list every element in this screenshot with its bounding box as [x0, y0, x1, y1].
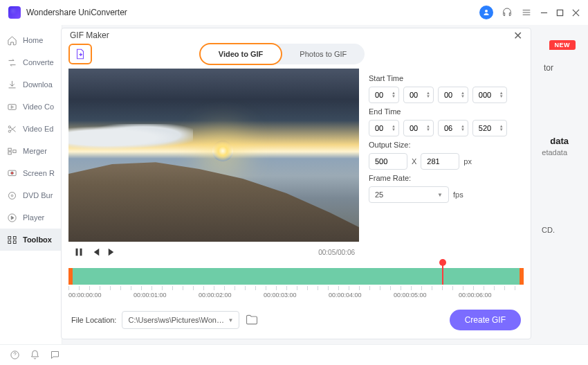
pause-button[interactable] — [73, 246, 85, 258]
bg-text: etadata — [542, 148, 567, 157]
end-ms[interactable]: ▲▼ — [472, 120, 507, 136]
create-gif-button[interactable]: Create GIF — [450, 310, 521, 330]
output-height[interactable] — [421, 153, 459, 170]
fps-unit: fps — [453, 190, 463, 199]
sidebar-item-label: Merger — [23, 147, 47, 155]
tab-photos-to-gif[interactable]: Photos to GIF — [282, 44, 365, 64]
svg-rect-0 — [557, 10, 562, 15]
svg-rect-5 — [8, 152, 11, 154]
bell-icon[interactable] — [30, 350, 40, 360]
add-media-button[interactable] — [68, 44, 92, 64]
play-icon — [7, 213, 17, 223]
compress-icon — [7, 102, 17, 112]
sidebar-item-home[interactable]: Home — [0, 29, 62, 51]
tick-label: 00:00:05:00 — [394, 292, 459, 299]
output-size-label: Output Size: — [369, 141, 524, 149]
timeline-handle-start[interactable] — [68, 268, 73, 285]
sidebar-item-label: DVD Bur — [23, 191, 53, 199]
download-icon — [7, 80, 17, 90]
modal-title: GIF Maker — [70, 30, 109, 40]
px-unit: px — [463, 157, 472, 166]
svg-rect-14 — [8, 240, 11, 243]
sidebar-item-label: Video Ed — [23, 125, 53, 133]
chevron-down-icon: ▼ — [437, 192, 443, 198]
tick-label: 00:00:04:00 — [329, 292, 394, 299]
end-minutes[interactable]: ▲▼ — [403, 120, 434, 136]
sidebar-item-video-editor[interactable]: Video Ed — [0, 118, 62, 140]
modal-close-button[interactable]: ✕ — [513, 29, 522, 42]
sidebar-item-toolbox[interactable]: Toolbox — [0, 229, 62, 251]
timeline[interactable] — [68, 268, 524, 285]
timeline-ticks: 00:00:00:0000:00:01:0000:00:02:0000:00:0… — [68, 285, 524, 300]
sidebar-item-label: Player — [23, 213, 44, 222]
close-icon[interactable] — [572, 9, 580, 17]
svg-rect-4 — [8, 148, 11, 151]
start-minutes[interactable]: ▲▼ — [403, 87, 434, 103]
spin-down[interactable]: ▼ — [392, 95, 396, 98]
sidebar-item-video-compressor[interactable]: Video Co — [0, 96, 62, 118]
timeline-playhead[interactable] — [442, 262, 443, 285]
sidebar-item-merger[interactable]: Merger — [0, 140, 62, 162]
tab-video-to-gif[interactable]: Video to GIF — [199, 43, 283, 65]
svg-rect-12 — [8, 236, 11, 239]
svg-point-10 — [11, 195, 13, 197]
end-hours[interactable]: ▲▼ — [369, 120, 399, 136]
minimize-icon[interactable] — [540, 9, 548, 17]
disc-icon — [7, 190, 17, 201]
sidebar: Home Converte Downloa Video Co Video Ed … — [0, 25, 62, 344]
convert-icon — [7, 57, 17, 68]
app-logo — [8, 6, 21, 19]
framerate-label: Frame Rate: — [369, 174, 524, 182]
timeline-handle-end[interactable] — [520, 268, 524, 285]
svg-rect-13 — [13, 236, 16, 239]
svg-point-8 — [11, 172, 14, 175]
app-title: Wondershare UniConverter — [26, 8, 127, 17]
prev-frame-button[interactable] — [89, 246, 102, 258]
tick-label: 00:00:00:00 — [68, 292, 134, 299]
bg-text: tor — [544, 63, 553, 73]
headset-icon[interactable] — [502, 7, 513, 18]
sidebar-item-label: Downloa — [23, 80, 53, 89]
help-icon[interactable] — [10, 350, 20, 360]
bg-text: CD. — [542, 226, 555, 234]
framerate-select[interactable]: 25▼ — [369, 186, 449, 203]
svg-rect-1 — [8, 104, 16, 109]
start-seconds[interactable]: ▲▼ — [438, 87, 468, 103]
file-location-select[interactable]: C:\Users\ws\Pictures\Wonders▼ — [122, 311, 239, 329]
video-preview[interactable] — [68, 69, 359, 242]
next-frame-button[interactable] — [106, 246, 118, 258]
user-avatar[interactable] — [479, 6, 493, 19]
svg-rect-15 — [13, 240, 16, 243]
menu-icon[interactable] — [521, 7, 532, 18]
scissors-icon — [7, 124, 17, 134]
file-location-label: File Location: — [71, 316, 116, 324]
tick-label: 00:00:03:00 — [264, 292, 329, 299]
tab-segment: Video to GIF Photos to GIF — [200, 44, 365, 64]
toolbox-icon — [7, 235, 17, 245]
start-ms[interactable]: ▲▼ — [472, 87, 507, 103]
maximize-icon[interactable] — [556, 9, 564, 17]
chevron-down-icon: ▼ — [228, 317, 234, 323]
feedback-icon[interactable] — [50, 350, 60, 360]
merge-icon — [7, 146, 17, 157]
record-icon — [7, 168, 17, 179]
start-time-label: Start Time — [369, 74, 524, 82]
open-folder-button[interactable] — [245, 313, 259, 327]
video-time: 00:05/00:06 — [318, 249, 355, 256]
sidebar-item-player[interactable]: Player — [0, 206, 62, 229]
add-file-icon — [74, 48, 86, 60]
sidebar-item-label: Toolbox — [23, 235, 52, 244]
output-width[interactable] — [369, 153, 407, 170]
svg-point-9 — [9, 192, 16, 199]
sidebar-item-screen-recorder[interactable]: Screen R — [0, 162, 62, 184]
end-time-label: End Time — [369, 107, 524, 116]
end-seconds[interactable]: ▲▼ — [438, 120, 468, 136]
gif-maker-modal: GIF Maker ✕ Video to GIF Photos to GIF 0… — [61, 28, 531, 339]
sidebar-item-converter[interactable]: Converte — [0, 51, 62, 73]
sidebar-item-dvd-burner[interactable]: DVD Bur — [0, 184, 62, 206]
sidebar-item-label: Converte — [23, 58, 54, 66]
tick-label: 00:00:06:00 — [459, 292, 524, 299]
sidebar-item-label: Video Co — [23, 103, 54, 111]
start-hours[interactable]: ▲▼ — [369, 87, 399, 103]
sidebar-item-downloader[interactable]: Downloa — [0, 73, 62, 96]
